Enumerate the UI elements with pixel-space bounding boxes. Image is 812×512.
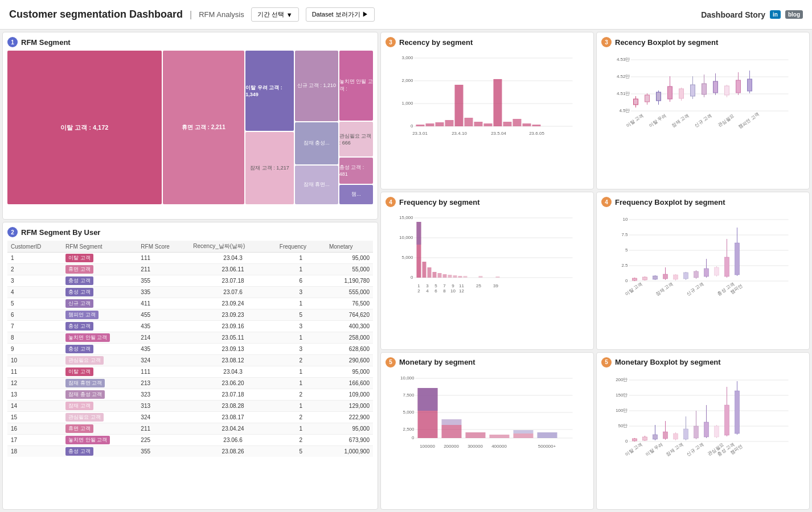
cell-monetary: 166,600 xyxy=(326,378,373,389)
treemap-cell-nolose: 놓치면 안될 고객 : xyxy=(339,51,373,121)
period-select-button[interactable]: 기간 선택 ▼ xyxy=(251,7,299,22)
svg-rect-85 xyxy=(458,276,462,278)
svg-text:150만: 150만 xyxy=(616,393,628,398)
svg-rect-81 xyxy=(438,273,442,278)
svg-rect-8 xyxy=(416,125,425,126)
table-row: 9 충성 고객 435 23.09.13 3 628,600 xyxy=(7,344,373,355)
svg-text:500000+: 500000+ xyxy=(538,444,556,449)
cell-id: 8 xyxy=(7,332,62,344)
svg-rect-86 xyxy=(464,276,467,278)
monetary-segment-card: 5 Monetary by segment 10,000 7,500 5,000… xyxy=(380,352,594,510)
cell-id: 14 xyxy=(7,400,62,412)
cell-segment: 잠재 충성 고객 xyxy=(62,389,137,400)
cell-recency: 23.06.11 xyxy=(190,264,276,275)
cell-frequency: 1 xyxy=(276,332,326,344)
col-frequency: Frequency xyxy=(276,241,326,253)
in-badge: in xyxy=(770,10,781,19)
freq-segment-title: 4 Frequency by segment xyxy=(386,197,589,207)
svg-text:5: 5 xyxy=(434,283,437,288)
cell-monetary: 400,300 xyxy=(326,321,373,332)
cell-recency: 23.04.24 xyxy=(190,423,276,435)
cell-frequency: 1 xyxy=(276,298,326,309)
user-table-container[interactable]: CustomerID RFM Segment RFM Score Recency… xyxy=(7,241,373,457)
svg-rect-39 xyxy=(657,92,661,101)
table-row: 16 휴면 고객 211 23.04.24 1 95,000 xyxy=(7,423,373,435)
cell-monetary: 1,000,900 xyxy=(326,446,373,457)
cell-score: 214 xyxy=(137,332,190,344)
freq-segment-chart: 15,000 10,000 5,000 0 xyxy=(386,210,589,302)
svg-rect-82 xyxy=(443,274,447,278)
cell-segment: 놓치면 안될 고객 xyxy=(62,435,137,446)
treemap-cell-pothib: 잠재 휴면... xyxy=(295,166,338,204)
cell-recency: 23.06.20 xyxy=(190,378,276,389)
svg-text:4.51만: 4.51만 xyxy=(617,91,630,96)
svg-text:25: 25 xyxy=(476,283,481,288)
svg-text:7.5: 7.5 xyxy=(621,232,628,237)
cell-monetary: 1,190,780 xyxy=(326,275,373,287)
svg-rect-189 xyxy=(674,433,678,439)
main-content: 1 RFM Segment 이탈 고객 : 4,172 휴면 고객 : 2,21… xyxy=(0,30,812,512)
table-row: 7 충성 고객 435 23.09.16 3 400,300 xyxy=(7,321,373,332)
cell-score: 355 xyxy=(137,446,190,457)
right-panel: 3 Recency by segment 3,000 2,000 1,000 0 xyxy=(380,32,810,510)
header: Customer segmentation Dashboard | RFM An… xyxy=(0,0,812,30)
svg-rect-52 xyxy=(713,81,718,93)
svg-text:신규 고객: 신규 고객 xyxy=(686,282,704,297)
monetary-boxplot-chart: 200만 150만 100만 50만 0 xyxy=(601,371,805,462)
cell-monetary: 673,900 xyxy=(326,435,373,446)
svg-text:1,000: 1,000 xyxy=(401,101,413,106)
svg-text:0: 0 xyxy=(411,123,413,129)
svg-text:4.52만: 4.52만 xyxy=(617,74,630,79)
svg-rect-49 xyxy=(702,84,707,94)
cell-frequency: 3 xyxy=(276,344,326,355)
col-monetary: Monetary xyxy=(326,241,373,253)
cell-frequency: 1 xyxy=(276,400,326,412)
cell-id: 3 xyxy=(7,275,62,287)
cell-recency: 23.07.18 xyxy=(190,389,276,400)
table-row: 1 이탈 고객 111 23.04.3 1 95,000 xyxy=(7,253,373,264)
recency-boxplot-svg: 4.53만 4.52만 4.51만 4.5만 xyxy=(601,51,805,136)
table-row: 12 잠재 휴면 고객 213 23.06.20 1 166,600 xyxy=(7,378,373,389)
cell-id: 13 xyxy=(7,389,62,400)
cell-recency: 23.08.26 xyxy=(190,446,276,457)
svg-rect-11 xyxy=(445,120,454,126)
svg-text:23.6.05: 23.6.05 xyxy=(529,131,544,136)
dataset-button[interactable]: Dataset 보러가기 ▶ xyxy=(306,7,375,22)
cell-segment: 잠재 고객 xyxy=(62,400,137,412)
svg-rect-79 xyxy=(428,267,432,278)
cell-monetary: 95,000 xyxy=(326,423,373,435)
cell-frequency: 5 xyxy=(276,309,326,321)
header-title: Customer segmentation Dashboard xyxy=(9,9,183,20)
treemap-cell-atrisk: 이탈 우려 고객 : 1,349 xyxy=(245,51,294,131)
monetary-row: 5 Monetary by segment 10,000 7,500 5,000… xyxy=(380,352,810,510)
cell-recency: 23.04.3 xyxy=(190,253,276,264)
svg-text:3: 3 xyxy=(426,283,429,288)
svg-text:2: 2 xyxy=(417,288,420,294)
rfm-segment-title: 1 RFM Segment xyxy=(7,37,373,47)
cell-monetary: 258,000 xyxy=(326,332,373,344)
cell-id: 7 xyxy=(7,321,62,332)
cell-segment: 이탈 고객 xyxy=(62,253,137,264)
svg-rect-9 xyxy=(426,123,434,126)
svg-text:10,000: 10,000 xyxy=(399,235,413,240)
table-row: 5 신규 고객 411 23.09.24 1 76,500 xyxy=(7,298,373,309)
recency-boxplot-card: 3 Recency Boxplot by segment 4.53만 4.52만… xyxy=(596,32,810,189)
cell-id: 17 xyxy=(7,435,62,446)
svg-text:이탈 고객: 이탈 고객 xyxy=(624,282,643,297)
cell-segment: 휴면 고객 xyxy=(62,423,137,435)
svg-rect-84 xyxy=(453,275,457,278)
cell-segment: 관심필요 고객 xyxy=(62,412,137,423)
monetary-boxplot-svg: 200만 150만 100만 50만 0 xyxy=(601,371,805,456)
freq-segment-svg: 15,000 10,000 5,000 0 xyxy=(386,210,589,296)
svg-text:4: 4 xyxy=(426,288,429,294)
svg-rect-34 xyxy=(634,99,638,105)
blog-badge: blog xyxy=(785,10,803,19)
cell-id: 18 xyxy=(7,446,62,457)
user-table: CustomerID RFM Segment RFM Score Recency… xyxy=(7,241,373,457)
cell-score: 411 xyxy=(137,298,190,309)
col-recency: Recency_날짜(날짜) xyxy=(190,241,276,253)
svg-rect-10 xyxy=(436,122,444,126)
cell-segment: 신규 고객 xyxy=(62,298,137,309)
treemap-cell-dormant: 휴면 고객 : 2,211 xyxy=(163,51,245,204)
svg-rect-160 xyxy=(514,433,534,438)
